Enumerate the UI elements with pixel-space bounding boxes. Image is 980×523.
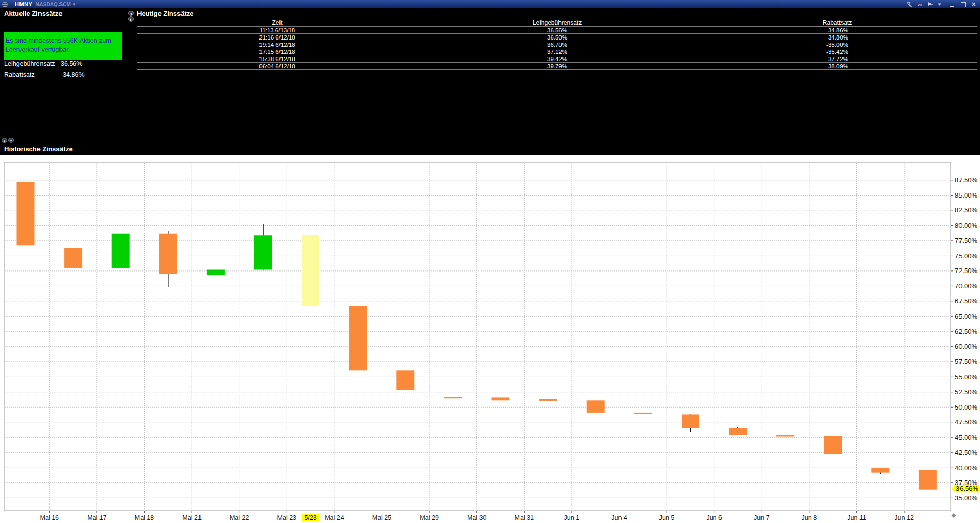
y-axis-label: 60.00% [955, 343, 978, 351]
y-axis-label: 77.50% [955, 237, 978, 244]
column-header[interactable]: Rabattsatz [697, 19, 977, 27]
table-cell: -35.00% [697, 41, 977, 48]
x-axis-label: Mai 23 [277, 514, 297, 521]
rates-table-header: ZeitLeihgebührensatzRabattsatz [137, 19, 977, 27]
current-rate-label: 36.56% [956, 485, 979, 492]
tws-window: HMNY NASDAQ.SCM ▼ ∞ ▼ × Aktuelle Zinssät… [0, 0, 980, 523]
cursor-date-label: 5/23 [304, 514, 316, 521]
y-axis-label: 72.50% [955, 267, 978, 275]
x-axis-label: Mai 17 [87, 514, 107, 521]
x-axis-label: Mai 30 [467, 514, 487, 521]
column-header[interactable]: Zeit [137, 19, 417, 27]
candle[interactable] [396, 370, 414, 390]
candle[interactable] [587, 400, 605, 413]
candle[interactable] [207, 270, 225, 276]
table-cell: -34.80% [697, 34, 977, 41]
candle[interactable] [64, 248, 82, 268]
y-axis-label: 70.00% [955, 282, 978, 290]
resize-handle-icon[interactable] [952, 513, 956, 518]
candle[interactable] [871, 468, 889, 472]
collapse-left-arrow-button[interactable]: ◀ [128, 11, 134, 16]
exchange-label: NASDAQ.SCM [35, 2, 70, 7]
y-axis-label: 65.00% [955, 313, 978, 320]
y-axis-label: 55.00% [955, 373, 978, 381]
expand-down-arrow-button[interactable]: ▼ [8, 138, 14, 143]
x-axis-label: Mai 21 [182, 514, 202, 521]
candle[interactable] [919, 470, 937, 490]
wrench-icon[interactable] [906, 1, 913, 8]
table-row[interactable]: 17:15 6/12/1837.12%-35.42% [137, 48, 977, 55]
table-cell: 19:14 6/12/18 [137, 41, 417, 48]
table-cell: 37.12% [417, 48, 697, 55]
expand-right-arrow-button[interactable]: ▶ [128, 16, 134, 22]
candle[interactable] [349, 306, 367, 370]
historical-rates-header [0, 143, 980, 155]
restore-button[interactable] [961, 2, 966, 7]
todays-rates-title: Heutige Zinssätze [137, 10, 194, 17]
x-axis-label: Mai 29 [419, 514, 439, 521]
availability-line-1: Es sind mindestens 556K Aktien zum [6, 36, 121, 45]
table-cell: -37.72% [697, 55, 977, 63]
x-axis-label: Jun 5 [659, 514, 675, 521]
pin-icon[interactable] [927, 1, 933, 7]
x-axis-label: Jun 4 [611, 514, 627, 521]
table-cell: 39.79% [417, 63, 697, 70]
x-axis-label: Jun 6 [706, 514, 722, 521]
y-axis-label: 42.50% [955, 449, 978, 456]
x-axis-label: Mai 31 [515, 514, 534, 521]
panel-divider[interactable] [132, 56, 132, 133]
table-row[interactable]: 21:16 6/12/1836.50%-34.80% [137, 34, 977, 41]
plot-area[interactable] [4, 162, 951, 511]
candle[interactable] [634, 413, 652, 414]
candle[interactable] [539, 399, 557, 401]
table-cell: 39.42% [417, 55, 697, 63]
column-header[interactable]: Leihgebührensatz [417, 19, 697, 27]
x-axis-label: Mai 16 [40, 514, 59, 521]
x-axis-label: Mai 18 [135, 514, 154, 521]
table-cell: -34.86% [697, 27, 977, 34]
candle[interactable] [824, 436, 842, 454]
table-row[interactable]: 06:04 6/12/1839.79%-38.09% [137, 63, 977, 70]
y-axis-label: 80.00% [955, 222, 978, 229]
table-cell: 06:04 6/12/18 [137, 63, 417, 70]
table-cell: 11:13 6/13/18 [137, 27, 417, 34]
candle[interactable] [492, 397, 510, 400]
table-cell: 36.50% [417, 34, 697, 41]
table-cell: 36.56% [417, 27, 697, 34]
candle[interactable] [682, 414, 699, 428]
candle[interactable] [776, 435, 794, 437]
pin-dropdown-caret[interactable]: ▼ [937, 2, 942, 7]
table-row[interactable]: 19:14 6/12/1836.70%-35.00% [137, 41, 977, 48]
y-axis-label: 82.50% [955, 206, 978, 214]
close-button[interactable]: × [972, 1, 976, 7]
fee-rate-value: 36.56% [61, 60, 82, 67]
candle[interactable] [444, 397, 462, 398]
collapse-up-arrow-button[interactable]: ▲ [2, 138, 7, 143]
section-separator[interactable] [14, 142, 977, 142]
table-row[interactable]: 11:13 6/13/1836.56%-34.86% [137, 27, 977, 34]
table-row[interactable]: 15:38 6/12/1839.42%-37.72% [137, 55, 977, 63]
historical-rates-title: Historische Zinssätze [4, 145, 73, 153]
table-cell: 17:15 6/12/18 [137, 48, 417, 55]
link-icon[interactable]: ∞ [918, 1, 922, 8]
title-bar[interactable]: HMNY NASDAQ.SCM ▼ ∞ ▼ × [0, 0, 980, 8]
y-axis-label: 85.00% [955, 191, 978, 199]
x-axis-label: Jun 8 [802, 514, 817, 521]
current-rates-title: Aktuelle Zinssätze [4, 10, 62, 17]
symbol-dropdown-caret[interactable]: ▼ [72, 2, 76, 7]
rebate-rate-label: Rabattsatz [4, 71, 35, 79]
candle[interactable] [17, 182, 35, 245]
y-axis-label: 50.00% [955, 403, 978, 411]
candle[interactable] [729, 428, 747, 435]
candle-highlighted[interactable] [302, 235, 319, 306]
minimize-button[interactable] [950, 2, 954, 7]
x-axis-label: Jun 12 [894, 514, 914, 521]
todays-rates-table: ZeitLeihgebührensatzRabattsatz 11:13 6/1… [137, 19, 977, 70]
historical-rates-chart[interactable]: Mai 16Mai 17Mai 18Mai 21Mai 22Mai 23Mai … [0, 155, 980, 523]
candle[interactable] [159, 234, 177, 274]
y-axis-label: 40.00% [955, 464, 978, 472]
candle[interactable] [112, 234, 130, 268]
candle[interactable] [254, 235, 272, 269]
availability-line-2: Leerverkauf verfügbar. [6, 45, 121, 54]
table-cell: 15:38 6/12/18 [137, 55, 417, 63]
